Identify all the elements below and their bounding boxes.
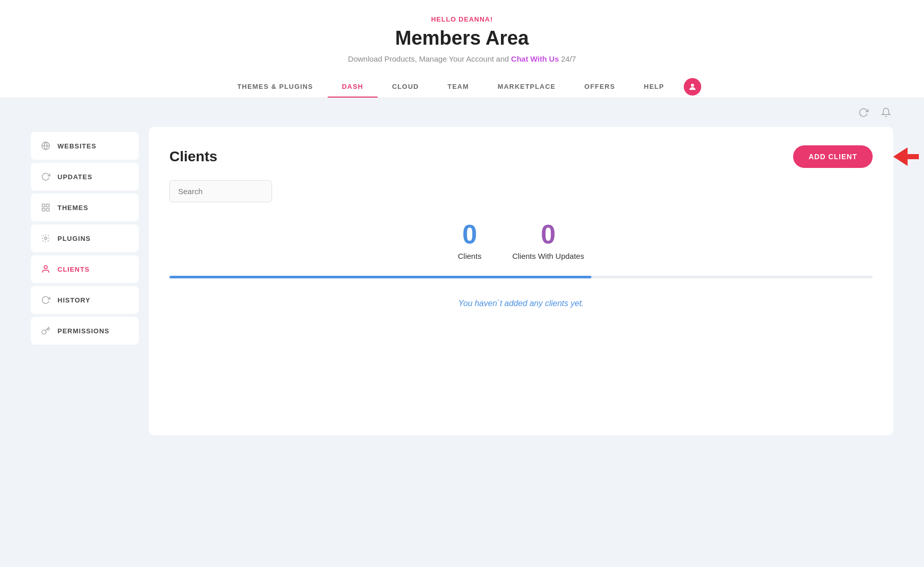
svg-rect-3 [42,204,45,206]
hello-text: HELLO DEANNA! [0,15,924,23]
svg-point-7 [45,237,47,240]
sidebar-label-history: HISTORY [57,296,90,304]
sidebar-item-permissions[interactable]: PERMISSIONS [31,317,139,345]
key-icon [41,326,50,335]
subtitle-post: 24/7 [561,54,576,63]
sidebar-label-permissions: PERMISSIONS [57,327,109,335]
stat-clients-updates: 0 Clients With Updates [512,221,584,260]
refresh-icon-updates [41,172,50,181]
sidebar-label-themes: THEMES [57,204,88,212]
svg-point-0 [691,84,694,87]
search-input[interactable] [169,180,272,202]
nav-item-marketplace[interactable]: MARKETPLACE [483,75,570,98]
sidebar-item-clients[interactable]: CLIENTS [31,255,139,283]
progress-bar [169,276,873,278]
svg-rect-6 [47,209,49,211]
nav-item-themes-plugins[interactable]: THEMES & PLUGINS [223,75,328,98]
main-layout: WEBSITES UPDATES THEMES [0,127,924,456]
sidebar: WEBSITES UPDATES THEMES [31,127,139,435]
plugin-icon [41,234,50,243]
main-nav: THEMES & PLUGINS DASH CLOUD TEAM MARKETP… [0,75,924,98]
svg-rect-4 [47,204,49,206]
bell-icon[interactable] [879,105,893,120]
clients-updates-count: 0 [512,221,584,248]
clients-updates-label: Clients With Updates [512,252,584,260]
subtitle-pre: Download Products, Manage Your Account a… [348,54,509,63]
svg-point-8 [44,266,47,269]
sidebar-item-updates[interactable]: UPDATES [31,163,139,191]
add-client-wrapper: ADD CLIENT [793,145,873,168]
nav-item-offers[interactable]: OFFERS [570,75,629,98]
nav-item-help[interactable]: HELP [629,75,678,98]
nav-item-cloud[interactable]: CLOUD [378,75,433,98]
sidebar-item-themes[interactable]: THEMES [31,194,139,221]
refresh-icon[interactable] [856,105,871,120]
toolbar [0,98,924,127]
grid-icon [41,203,50,212]
content-area: Clients ADD CLIENT 0 Clients [149,127,893,435]
nav-item-team[interactable]: TEAM [433,75,484,98]
sidebar-item-websites[interactable]: WEBSITES [31,132,139,160]
sidebar-label-updates: UPDATES [57,173,92,181]
clients-count: 0 [458,221,482,248]
sidebar-label-websites: WEBSITES [57,142,97,150]
globe-icon [41,141,50,150]
progress-bar-fill [169,276,591,278]
user-icon [41,264,50,274]
content-title: Clients [169,148,217,165]
chat-link[interactable]: Chat With Us [511,54,559,63]
stats-row: 0 Clients 0 Clients With Updates [169,221,873,260]
arrow-indicator [893,147,919,166]
svg-marker-9 [893,147,919,166]
empty-message: You haven`t added any clients yet. [169,299,873,308]
sidebar-label-plugins: PLUGINS [57,235,91,242]
user-avatar[interactable] [684,78,701,96]
svg-rect-5 [42,209,45,211]
stat-clients: 0 Clients [458,221,482,260]
clients-label: Clients [458,252,482,260]
header: HELLO DEANNA! Members Area Download Prod… [0,0,924,98]
add-client-button[interactable]: ADD CLIENT [793,145,873,168]
sidebar-label-clients: CLIENTS [57,266,90,273]
sidebar-item-plugins[interactable]: PLUGINS [31,224,139,252]
content-header: Clients ADD CLIENT [169,145,873,168]
nav-item-dash[interactable]: DASH [328,75,378,98]
page-title: Members Area [0,27,924,49]
history-icon [41,295,50,305]
subtitle: Download Products, Manage Your Account a… [0,54,924,63]
sidebar-item-history[interactable]: HISTORY [31,286,139,314]
